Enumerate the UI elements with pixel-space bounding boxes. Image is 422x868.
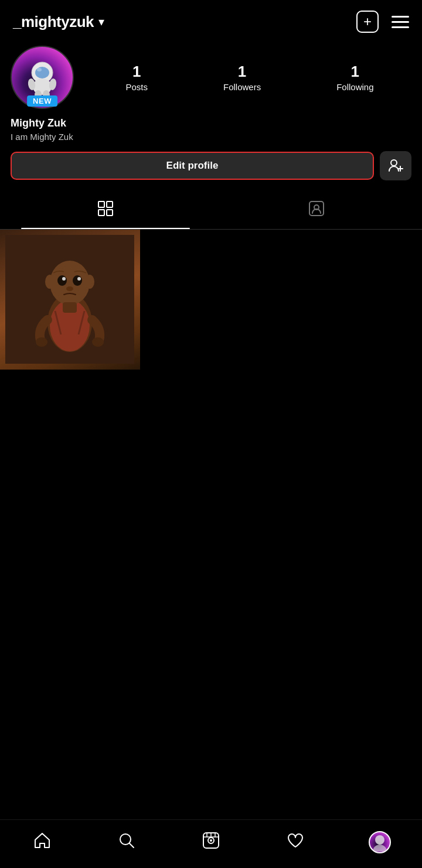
search-icon [118, 832, 135, 853]
profile-section: NEW 1 Posts 1 Followers 1 Following Migh… [0, 40, 422, 180]
svg-rect-14 [107, 210, 113, 216]
hamburger-line [392, 16, 409, 18]
header: _mightyzuk ▾ + [0, 0, 422, 40]
profile-avatar-nav [369, 831, 391, 853]
posts-label: Posts [125, 82, 148, 92]
profile-top: NEW 1 Posts 1 Followers 1 Following [11, 46, 411, 109]
bottom-nav [0, 819, 422, 868]
svg-point-40 [375, 835, 384, 845]
tab-grid[interactable] [0, 191, 211, 229]
svg-point-35 [210, 839, 212, 842]
chevron-down-icon: ▾ [98, 15, 104, 29]
tabs-row [0, 191, 422, 230]
svg-point-21 [57, 275, 67, 286]
hamburger-line [392, 26, 409, 28]
posts-stat[interactable]: 1 Posts [125, 63, 148, 92]
svg-point-25 [66, 286, 73, 291]
header-icons: + [356, 11, 409, 33]
svg-rect-11 [98, 201, 104, 207]
svg-point-20 [50, 261, 90, 305]
profile-bio: I am Mighty Zuk [11, 132, 411, 142]
following-label: Following [336, 82, 373, 92]
heart-icon [287, 832, 304, 853]
svg-point-29 [36, 337, 47, 347]
svg-rect-13 [98, 210, 104, 216]
nav-home[interactable] [25, 829, 60, 855]
svg-point-1 [35, 67, 49, 78]
nav-reels[interactable] [193, 829, 229, 855]
plus-icon: + [363, 13, 372, 30]
svg-point-22 [73, 275, 82, 286]
following-stat[interactable]: 1 Following [336, 63, 373, 92]
following-count: 1 [351, 63, 359, 81]
svg-point-8 [391, 160, 397, 166]
menu-button[interactable] [392, 16, 409, 28]
followers-stat[interactable]: 1 Followers [223, 63, 261, 92]
nav-search[interactable] [109, 829, 144, 855]
svg-point-23 [62, 277, 66, 281]
avatar-image [19, 54, 66, 101]
post-item[interactable] [0, 230, 140, 370]
avatar-wrap[interactable]: NEW [11, 46, 74, 109]
edit-profile-button[interactable]: Edit profile [11, 152, 374, 180]
svg-rect-12 [107, 201, 113, 207]
display-name: Mighty Zuk [11, 117, 411, 129]
add-content-button[interactable]: + [356, 11, 379, 33]
username-text: _mightyzuk [13, 13, 94, 31]
svg-point-7 [37, 68, 42, 71]
new-badge: NEW [27, 95, 57, 107]
svg-point-24 [77, 277, 81, 281]
profile-stats: 1 Posts 1 Followers 1 Following [88, 63, 411, 92]
add-friend-button[interactable] [380, 151, 411, 180]
svg-point-41 [373, 845, 387, 852]
tab-tagged[interactable] [211, 191, 422, 229]
home-icon [33, 832, 51, 853]
hamburger-line [392, 21, 409, 23]
buttons-row: Edit profile [11, 151, 411, 180]
posts-count: 1 [132, 63, 141, 81]
nav-profile[interactable] [362, 829, 397, 855]
tagged-icon [308, 200, 325, 221]
svg-point-26 [45, 275, 55, 289]
posts-grid [0, 230, 422, 370]
followers-count: 1 [238, 63, 246, 81]
grid-icon [97, 200, 114, 221]
svg-point-30 [92, 337, 104, 347]
svg-line-32 [130, 843, 134, 848]
svg-point-27 [85, 275, 94, 289]
post-thumbnail [0, 230, 140, 370]
svg-rect-28 [63, 302, 77, 313]
bottom-spacer [0, 370, 422, 428]
nav-activity[interactable] [278, 829, 313, 855]
reels-icon [202, 832, 220, 853]
followers-label: Followers [223, 82, 261, 92]
add-person-icon [388, 158, 403, 173]
username-wrap[interactable]: _mightyzuk ▾ [13, 13, 104, 31]
